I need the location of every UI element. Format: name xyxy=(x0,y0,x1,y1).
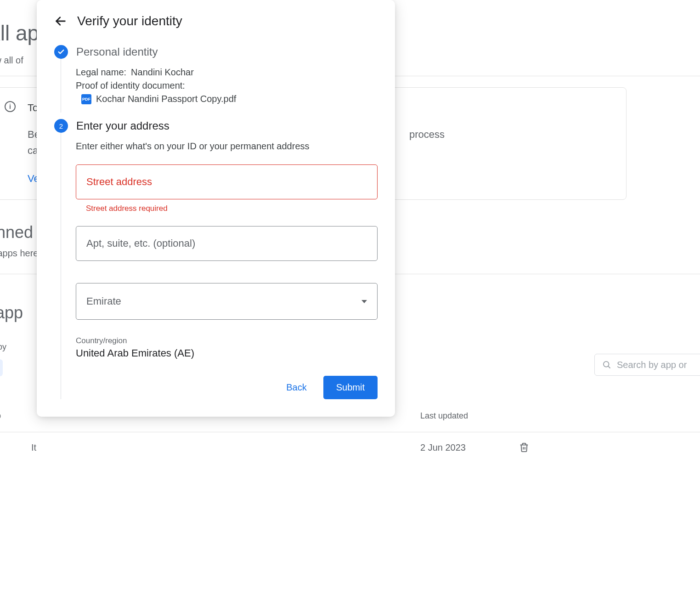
apt-suite-input[interactable] xyxy=(76,226,378,261)
street-error-text: Street address required xyxy=(86,204,378,213)
pdf-icon: PDF xyxy=(81,94,91,104)
file-name: Kochar Nandini Passport Copy.pdf xyxy=(96,94,236,104)
step1-title: Personal identity xyxy=(76,45,158,58)
modal-title: Verify your identity xyxy=(77,14,182,28)
chevron-down-icon xyxy=(361,300,367,303)
row-date: 2 Jun 2023 xyxy=(420,442,466,453)
emirate-label: Emirate xyxy=(86,295,121,307)
address-intro: Enter either what's on your ID or your p… xyxy=(76,141,378,152)
legal-name-label: Legal name: xyxy=(76,67,126,78)
svg-line-1 xyxy=(608,366,610,368)
svg-point-0 xyxy=(604,362,609,367)
th-last-updated: Last updated xyxy=(420,411,468,421)
legal-name-value: Nandini Kochar xyxy=(131,67,194,78)
bg-pinned-sub: Pin apps here xyxy=(0,248,38,259)
street-address-input[interactable] xyxy=(76,164,378,199)
step2-header: 2 Enter your address xyxy=(54,119,378,133)
search-icon xyxy=(602,360,611,369)
step1-checkmark-icon xyxy=(54,45,68,59)
th-app: App xyxy=(0,411,1,421)
country-region-value: United Arab Emirates (AE) xyxy=(76,347,378,359)
trash-icon[interactable] xyxy=(519,442,529,453)
divider xyxy=(0,432,700,432)
verify-identity-modal: Verify your identity Personal identity L… xyxy=(37,0,395,417)
filter-label: Filter by xyxy=(0,342,6,352)
step2-title: Enter your address xyxy=(76,119,169,132)
proof-label: Proof of identity document: xyxy=(76,80,185,91)
step1-header: Personal identity xyxy=(54,45,378,59)
table-row[interactable]: It 2 Jun 2023 xyxy=(0,441,700,454)
submit-button[interactable]: Submit xyxy=(323,376,378,399)
bg-pinned-title: Pinned xyxy=(0,223,33,242)
row-app-name: It xyxy=(31,442,36,453)
bg-apps-title: 1 app xyxy=(0,303,23,322)
form-actions: Back Submit xyxy=(76,376,378,399)
emirate-select[interactable]: Emirate xyxy=(76,283,378,320)
back-button[interactable]: Back xyxy=(283,378,309,397)
back-arrow-icon[interactable] xyxy=(54,15,67,28)
step2-content: Enter either what's on your ID or your p… xyxy=(61,133,378,399)
step1-content: Legal name: Nandini Kochar Proof of iden… xyxy=(61,59,378,113)
uploaded-file[interactable]: PDF Kochar Nandini Passport Copy.pdf xyxy=(81,94,378,104)
step2-number-icon: 2 xyxy=(54,119,68,133)
filter-chip-all[interactable]: All xyxy=(0,359,3,376)
search-input-container[interactable]: Search by app or xyxy=(594,354,700,376)
search-placeholder: Search by app or xyxy=(617,360,687,370)
bg-subtitle: View all of xyxy=(0,55,23,66)
country-region-label: Country/region xyxy=(76,336,378,345)
modal-header: Verify your identity xyxy=(54,14,378,28)
